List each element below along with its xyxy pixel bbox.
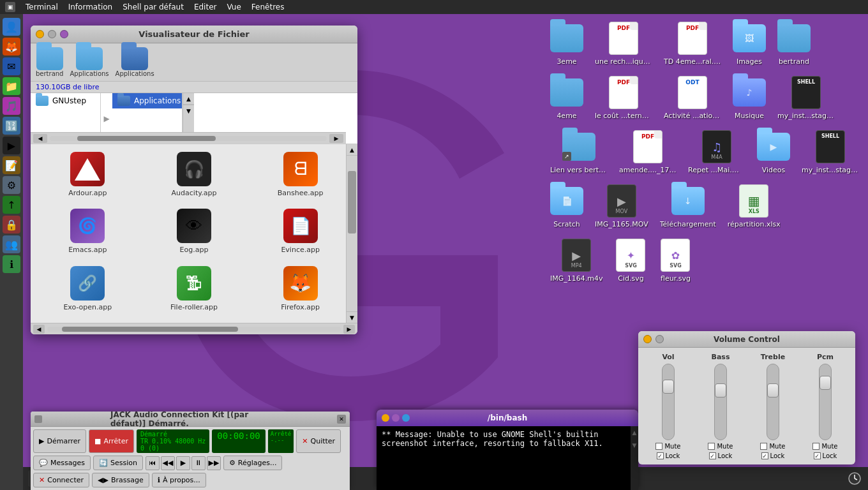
menubar-windows[interactable]: Fenêtres xyxy=(251,3,285,11)
desktop-icon-3eme[interactable]: 3eme xyxy=(548,19,586,68)
jack-messages-btn[interactable]: 💬 Messages xyxy=(33,456,91,470)
fm-col2-item-applications[interactable]: Applications xyxy=(112,93,182,108)
fm-app-eog[interactable]: 👁 Eog.app xyxy=(142,206,246,260)
vol-slider-vol[interactable] xyxy=(662,364,675,440)
fm-app-audacity[interactable]: 🎧 Audacity.app xyxy=(142,149,246,204)
dock-icon-mail[interactable]: ✉️ xyxy=(3,57,20,75)
vol-min-btn[interactable] xyxy=(655,335,664,343)
desktop-icon-bertrand[interactable]: bertrand xyxy=(775,19,813,68)
dock-icon-text[interactable]: 📝 xyxy=(3,156,20,174)
vol-lock-vol[interactable] xyxy=(657,452,664,459)
desktop-icon-shell2[interactable]: my_inst...stage.sh xyxy=(799,128,862,177)
window-minimize-button[interactable] xyxy=(48,30,56,38)
desktop-icon-svg2[interactable]: ✿ fleur.svg xyxy=(656,236,694,285)
dock-icon-info[interactable]: ℹ xyxy=(3,255,20,273)
vol-lock-pcm[interactable] xyxy=(814,452,821,459)
desktop-icon-videos[interactable]: ▶ Videos xyxy=(754,128,793,177)
terminal-body[interactable]: ** Message: Unable to use GNOME Shell's … xyxy=(377,426,638,490)
vol-mute-treble[interactable] xyxy=(760,443,767,450)
jack-about-btn[interactable]: ℹ À propos... xyxy=(152,473,206,487)
dock-icon-firefox[interactable]: 🦊 xyxy=(3,38,20,56)
fm-bottom-scroll-left[interactable]: ◀ xyxy=(33,325,45,334)
desktop-icon-scratch[interactable]: 📄 Scratch xyxy=(548,182,586,231)
dock-icon-person[interactable]: 👤 xyxy=(3,18,20,36)
jack-connect-btn[interactable]: ✕ Connecter xyxy=(33,473,89,487)
menubar-information[interactable]: Information xyxy=(68,3,112,11)
taskbar-clock[interactable] xyxy=(846,470,863,487)
fm-app-ardour[interactable]: Ardour.app xyxy=(36,149,140,204)
jack-prev-btn[interactable]: ◀◀ xyxy=(161,456,175,470)
desktop-icon-svg1[interactable]: ✦ Cid.svg xyxy=(611,236,650,285)
vol-mute-bass[interactable] xyxy=(708,443,715,450)
desktop-icon-mov[interactable]: ▶ IMG_1165.MOV xyxy=(592,182,651,231)
fm-bottom-hscroll[interactable]: ◀ ▶ xyxy=(31,323,357,334)
desktop-icon-telechargement[interactable]: ↓ Téléchargement xyxy=(657,182,719,231)
fm-app-fileroller[interactable]: 🗜 File-roller.app xyxy=(142,264,246,318)
terminal-scroll-down[interactable]: ▼ xyxy=(631,439,638,452)
desktop-icon-odt[interactable]: Activité ...ation.odt xyxy=(661,73,724,122)
fm-app-firefox[interactable]: 🦊 Firefox.app xyxy=(248,264,352,318)
jack-brassage-btn[interactable]: ◀▶ Brassage xyxy=(92,473,149,487)
desktop-icon-lien-bertrand[interactable]: ↗ Lien vers bertrand xyxy=(548,128,610,177)
jack-forward-btn[interactable]: ▶▶ xyxy=(207,456,221,470)
fm-hscrollbar[interactable]: ◀ ▶ xyxy=(31,132,346,144)
jack-minimize-btn[interactable] xyxy=(34,415,42,423)
terminal-dot-yellow[interactable] xyxy=(382,414,389,422)
dock-icon-user[interactable]: 👥 xyxy=(3,235,20,253)
desktop-icon-pdf2[interactable]: TD 4eme...ral.pdf xyxy=(661,19,724,68)
desktop-icon-pdf4[interactable]: amende...._17.pdf xyxy=(617,128,679,177)
terminal-scroll-up[interactable]: ▲ xyxy=(631,426,638,439)
dock-icon-terminal[interactable]: ▶ xyxy=(3,137,20,154)
fm-appgrid-scroll-down[interactable]: ▼ xyxy=(347,311,357,323)
fm-app-exo[interactable]: 🔗 Exo-open.app xyxy=(36,264,140,318)
fm-app-banshee[interactable]: ᗺ Banshee.app xyxy=(248,149,352,204)
fm-app-emacs[interactable]: 🌀 Emacs.app xyxy=(36,206,140,260)
jack-close-btn[interactable]: ✕ xyxy=(337,415,346,424)
terminal-dot-purple[interactable] xyxy=(392,414,400,422)
vol-lock-bass[interactable] xyxy=(709,452,716,459)
vol-mute-vol[interactable] xyxy=(655,443,662,450)
jack-settings-btn[interactable]: ⚙ Réglages... xyxy=(223,456,283,470)
terminal-scrollbar[interactable]: ▲ ▼ xyxy=(631,426,638,490)
fm-appgrid-scroll-up[interactable]: ▲ xyxy=(347,144,357,156)
dock-icon-update[interactable]: ↑ xyxy=(3,196,20,214)
desktop-icon-images[interactable]: 🖼 Images xyxy=(730,19,768,68)
fm-scroll-right[interactable]: ▶ xyxy=(329,134,343,143)
vol-slider-treble[interactable] xyxy=(767,364,779,440)
menubar-view[interactable]: Vue xyxy=(227,3,241,11)
vol-slider-pcm[interactable] xyxy=(819,364,832,440)
vol-close-btn[interactable] xyxy=(643,335,652,343)
jack-start-btn[interactable]: ▶ Démarrer xyxy=(33,429,86,453)
desktop-icon-mp4[interactable]: ▶ IMG_1164.m4v xyxy=(548,236,605,285)
jack-rewind-btn[interactable]: ⏮ xyxy=(146,456,160,470)
dock-icon-calc[interactable]: 🔢 xyxy=(3,117,20,135)
menubar-terminal[interactable]: Terminal xyxy=(26,3,58,11)
desktop-icon-4eme[interactable]: 4eme xyxy=(548,73,586,122)
dock-icon-files[interactable]: 📁 xyxy=(3,77,20,95)
desktop-icon-m4a[interactable]: ♫ Repet ...Mai.m4a xyxy=(685,128,748,177)
jack-play-btn[interactable]: ▶ xyxy=(176,456,190,470)
fm-vscroll-up[interactable]: ▲ xyxy=(183,93,194,105)
jack-session-btn[interactable]: 🔄 Session xyxy=(93,456,143,470)
fm-vscroll-down[interactable]: ▼ xyxy=(183,105,194,116)
menubar-edit[interactable]: Editer xyxy=(194,3,217,11)
dock-icon-prefs[interactable]: ⚙ xyxy=(3,176,20,194)
terminal-dot-blue[interactable] xyxy=(402,414,410,422)
jack-stop-btn[interactable]: ■ Arrêter xyxy=(89,429,134,453)
fm-hscroll-track[interactable] xyxy=(50,136,327,141)
nav-applications-1[interactable]: Applications xyxy=(70,47,108,77)
jack-quit-btn[interactable]: ✕ Quitter xyxy=(296,429,341,453)
dock-icon-lock[interactable]: 🔒 xyxy=(3,216,20,234)
nav-bertrand[interactable]: bertrand xyxy=(36,47,63,77)
fm-col1-item-gnustep[interactable]: GNUstep xyxy=(31,93,100,108)
fm-bottom-scroll-right[interactable]: ▶ xyxy=(343,325,355,334)
vol-mute-pcm[interactable] xyxy=(812,443,819,450)
desktop-icon-xls[interactable]: ▦ répartition.xlsx xyxy=(725,182,783,231)
window-close-button[interactable] xyxy=(36,30,44,38)
window-maximize-button[interactable] xyxy=(60,30,68,38)
jack-pause-btn[interactable]: ⏸ xyxy=(191,456,206,470)
nav-applications-2[interactable]: Applications xyxy=(116,47,154,77)
fm-scroll-left[interactable]: ◀ xyxy=(33,134,47,143)
menubar-shell[interactable]: Shell par défaut xyxy=(123,3,184,11)
fm-app-evince[interactable]: 📄 Evince.app xyxy=(248,206,352,260)
